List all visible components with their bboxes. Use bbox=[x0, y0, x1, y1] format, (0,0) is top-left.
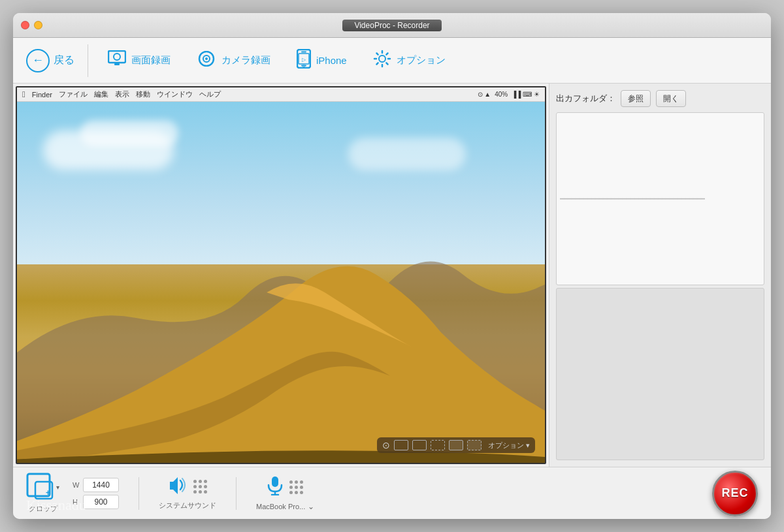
back-button[interactable]: ← 戻る bbox=[20, 44, 88, 77]
system-sound-label: システムサウンド bbox=[159, 501, 216, 510]
output-path-text: ━━━━━━━━━━━━━━━━━━━━━━━━━━━━━━━━━━━━━ bbox=[560, 195, 705, 202]
toolbar-nav: 画面録画 カメラ録画 bbox=[88, 44, 764, 78]
mic-grid[interactable] bbox=[289, 480, 304, 495]
battery-info: 40% bbox=[495, 91, 508, 98]
output-path-display: ━━━━━━━━━━━━━━━━━━━━━━━━━━━━━━━━━━━━━ bbox=[556, 112, 764, 285]
system-sound-section: システムサウンド bbox=[159, 476, 216, 510]
rec-button-wrapper: REC bbox=[712, 471, 758, 516]
preview-toolbar: ⊙ オプション ▾ bbox=[377, 437, 535, 453]
right-sidebar: 出カフォルダ： 参照 開く ━━━━━━━━━━━━━━━━━━━━━━━━━━… bbox=[549, 84, 771, 467]
window-title: VideoProc - Recorder bbox=[342, 20, 441, 31]
title-bar: VideoProc - Recorder bbox=[13, 13, 771, 38]
width-input[interactable] bbox=[83, 478, 119, 492]
microphone-icon bbox=[267, 476, 283, 499]
mic-section: MacBook Pro... ⌄ bbox=[256, 476, 314, 511]
finder-label: Finder bbox=[32, 91, 52, 99]
screen-record-label: 画面録画 bbox=[131, 54, 171, 67]
separator-2 bbox=[236, 477, 237, 510]
menu-window: ウインドウ bbox=[157, 89, 193, 99]
svg-point-5 bbox=[205, 57, 208, 60]
dune-main bbox=[17, 210, 545, 463]
gear-icon bbox=[373, 50, 391, 72]
speaker-icon bbox=[167, 476, 187, 498]
screen-record-icon bbox=[108, 50, 126, 71]
menu-view: 表示 bbox=[115, 89, 129, 99]
nav-screen-record[interactable]: 画面録画 bbox=[95, 45, 184, 76]
system-sound-grid[interactable] bbox=[193, 480, 208, 494]
open-button[interactable]: 開く bbox=[656, 90, 686, 107]
iphone-icon: ▷ bbox=[297, 49, 311, 72]
cloud-2 bbox=[80, 120, 178, 146]
width-row: W bbox=[73, 478, 119, 492]
main-content:  Finder ファイル 編集 表示 移動 ウインドウ ヘルプ ⊙ ▲ 40%… bbox=[13, 84, 771, 467]
mic-chevron-icon[interactable]: ⌄ bbox=[308, 502, 314, 511]
menubar-left:  Finder ファイル 編集 表示 移動 ウインドウ ヘルプ bbox=[22, 89, 221, 99]
cloud-3 bbox=[348, 138, 466, 170]
mic-icon-row bbox=[267, 476, 304, 499]
mic-label-row: MacBook Pro... ⌄ bbox=[256, 502, 314, 511]
back-arrow-icon: ← bbox=[26, 49, 50, 72]
output-folder-row: 出カフォルダ： 参照 開く bbox=[556, 90, 764, 107]
bottom-bar: + ▾ クロップ W H bbox=[13, 467, 771, 519]
toolbar-btn-4[interactable] bbox=[449, 440, 463, 450]
close-button[interactable] bbox=[21, 21, 29, 29]
svg-point-12 bbox=[379, 55, 385, 62]
mac-menubar:  Finder ファイル 編集 表示 移動 ウインドウ ヘルプ ⊙ ▲ 40%… bbox=[17, 87, 545, 102]
svg-rect-7 bbox=[301, 51, 306, 52]
width-dim-label: W bbox=[73, 481, 80, 489]
menubar-right: ⊙ ▲ 40% ▐▐ ⌨ ☀ bbox=[478, 91, 540, 98]
toolbar-btn-3[interactable] bbox=[431, 440, 445, 450]
back-label: 戻る bbox=[54, 54, 74, 67]
svg-rect-16 bbox=[272, 477, 278, 487]
crop-chevron-icon[interactable]: ▾ bbox=[56, 484, 59, 491]
app-window: VideoProc - Recorder ← 戻る 画面録画 bbox=[13, 13, 771, 519]
output-folder-label: 出カフォルダ： bbox=[556, 93, 615, 104]
desktop-wallpaper: ⊙ オプション ▾ bbox=[17, 102, 545, 463]
preview-area:  Finder ファイル 編集 表示 移動 ウインドウ ヘルプ ⊙ ▲ 40%… bbox=[16, 86, 546, 464]
camera-record-label: カメラ録画 bbox=[221, 54, 270, 67]
nav-camera-record[interactable]: カメラ録画 bbox=[184, 46, 284, 76]
height-input[interactable] bbox=[83, 495, 119, 509]
menu-file: ファイル bbox=[59, 89, 88, 99]
toolbar-dot-icon[interactable]: ⊙ bbox=[382, 440, 390, 450]
rec-button[interactable]: REC bbox=[712, 471, 758, 516]
toolbar-btn-2[interactable] bbox=[412, 440, 427, 450]
svg-rect-2 bbox=[114, 63, 120, 65]
menu-help: ヘルプ bbox=[199, 89, 221, 99]
menu-edit: 編集 bbox=[94, 89, 108, 99]
apple-logo-icon:  bbox=[22, 89, 25, 99]
svg-text:▷: ▷ bbox=[302, 57, 306, 63]
toolbar-btn-1[interactable] bbox=[394, 440, 408, 450]
toolbar-btn-5[interactable] bbox=[467, 440, 482, 450]
camera-icon bbox=[197, 51, 216, 70]
toolbar-options-btn[interactable]: オプション ▾ bbox=[488, 441, 530, 450]
svg-text:+: + bbox=[46, 488, 50, 497]
main-toolbar: ← 戻る 画面録画 bbox=[13, 38, 771, 84]
svg-point-1 bbox=[114, 54, 120, 60]
clock: ▐▐ ⌨ ☀ bbox=[512, 91, 540, 98]
nav-iphone[interactable]: ▷ iPhone bbox=[284, 44, 360, 78]
iphone-label: iPhone bbox=[316, 55, 347, 66]
separator-1 bbox=[139, 477, 139, 510]
wifi-icon: ⊙ ▲ bbox=[478, 91, 491, 98]
sidebar-preview-area bbox=[556, 288, 764, 461]
rec-label: REC bbox=[721, 486, 748, 500]
audio-icon-row bbox=[167, 476, 208, 498]
mic-label: MacBook Pro... bbox=[256, 503, 305, 510]
watermark: Kissanadu bbox=[26, 497, 86, 514]
window-controls bbox=[21, 21, 42, 29]
nav-options[interactable]: オプション bbox=[360, 44, 459, 77]
options-label: オプション bbox=[397, 54, 446, 67]
browse-button[interactable]: 参照 bbox=[621, 90, 651, 107]
svg-rect-0 bbox=[108, 51, 125, 63]
minimize-button[interactable] bbox=[34, 21, 42, 29]
menu-go: 移動 bbox=[136, 89, 150, 99]
